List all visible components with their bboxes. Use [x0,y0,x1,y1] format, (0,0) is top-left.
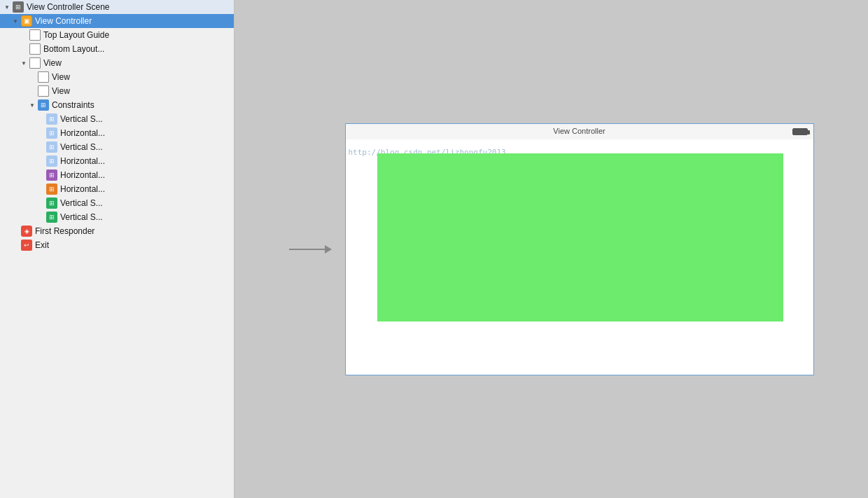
tree-item-view-child2[interactable]: View [0,84,234,98]
tree-item-vert-s3[interactable]: ⊞Vertical S... [0,196,234,210]
tree-item-view-child1[interactable]: View [0,70,234,84]
label-horiz2: Horizontal... [60,156,105,166]
tree-item-horiz4[interactable]: ⊞Horizontal... [0,182,234,196]
arrow-container [289,249,331,250]
icon-view-child1 [38,71,49,83]
label-constraints: Constraints [52,100,94,110]
tree-item-constraints[interactable]: ⊞Constraints [0,98,234,112]
tree-item-first-responder[interactable]: ◈First Responder [0,224,234,238]
tree-item-vert-s1[interactable]: ⊞Vertical S... [0,112,234,126]
tree-item-horiz2[interactable]: ⊞Horizontal... [0,154,234,168]
canvas-area: View Controller http://blog.csdn.net/liz… [234,0,868,498]
label-vc: View Controller [35,16,92,26]
battery-icon [792,128,808,135]
label-vc-scene: View Controller Scene [27,2,110,12]
tree-item-vc-scene[interactable]: ⊞View Controller Scene [0,0,234,14]
vc-title-label: View Controller [553,127,605,135]
disclosure-constraints[interactable] [28,101,36,109]
label-horiz1: Horizontal... [60,128,105,138]
icon-vc: ▣ [21,15,32,27]
tree-item-exit[interactable]: ↩Exit [0,238,234,252]
sidebar: ⊞View Controller Scene▣View ControllerTo… [0,0,234,498]
tree-item-top-layout[interactable]: Top Layout Guide [0,28,234,42]
icon-horiz1: ⊞ [46,127,57,139]
vc-content: http://blog.csdn.net/lizhongfu2013 [346,139,813,375]
icon-vert-s4: ⊞ [46,212,57,223]
label-vert-s3: Vertical S... [60,198,103,208]
disclosure-vc-scene[interactable] [3,3,11,11]
icon-constraints: ⊞ [38,99,49,111]
label-vert-s4: Vertical S... [60,212,103,222]
arrow-icon [289,249,331,250]
icon-vert-s2: ⊞ [46,141,57,153]
label-first-responder: First Responder [35,226,94,236]
icon-view-child2 [38,85,49,97]
icon-vert-s3: ⊞ [46,198,57,209]
tree-item-vert-s2[interactable]: ⊞Vertical S... [0,140,234,154]
disclosure-vc[interactable] [11,17,20,25]
label-view-child1: View [52,72,70,82]
icon-view-parent [29,57,41,69]
label-view-child2: View [52,86,70,96]
vc-frame: View Controller http://blog.csdn.net/liz… [345,123,814,375]
label-top-layout: Top Layout Guide [43,30,109,40]
label-vert-s2: Vertical S... [60,142,103,152]
tree-item-bottom-layout[interactable]: Bottom Layout... [0,42,234,56]
tree-item-vc[interactable]: ▣View Controller [0,14,234,28]
icon-horiz2: ⊞ [46,155,57,167]
label-horiz3: Horizontal... [60,170,105,180]
icon-bottom-layout [29,43,41,55]
icon-first-responder: ◈ [21,226,32,237]
icon-horiz3: ⊞ [46,170,57,181]
icon-horiz4: ⊞ [46,184,57,195]
label-bottom-layout: Bottom Layout... [43,44,104,54]
tree-item-vert-s4[interactable]: ⊞Vertical S... [0,210,234,224]
label-vert-s1: Vertical S... [60,114,103,124]
label-view-parent: View [43,58,62,68]
icon-top-layout [29,29,41,41]
disclosure-view-parent[interactable] [20,59,28,67]
label-horiz4: Horizontal... [60,184,105,194]
icon-exit: ↩ [21,240,32,251]
green-view [377,153,783,321]
label-exit: Exit [35,240,49,250]
tree-item-view-parent[interactable]: View [0,56,234,70]
icon-vc-scene: ⊞ [13,1,24,13]
icon-vert-s1: ⊞ [46,113,57,125]
tree-item-horiz1[interactable]: ⊞Horizontal... [0,126,234,140]
tree-item-horiz3[interactable]: ⊞Horizontal... [0,168,234,182]
